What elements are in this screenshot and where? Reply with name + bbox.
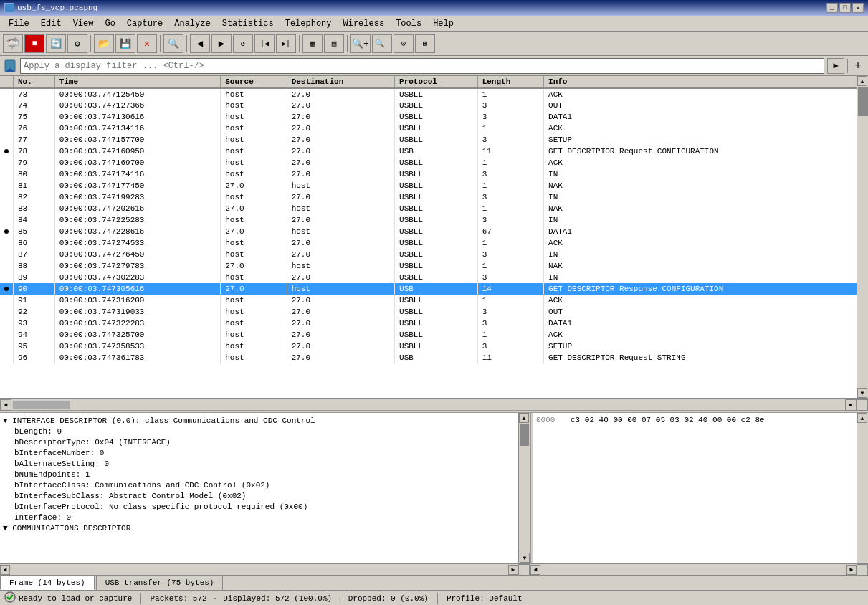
colrules-button[interactable]: ▤: [324, 34, 344, 53]
last-button[interactable]: ▶|: [276, 34, 296, 53]
stop-button[interactable]: ■: [24, 34, 44, 53]
col-no[interactable]: No.: [14, 76, 55, 88]
packet-list-scrollbar[interactable]: ▲ ▼: [857, 76, 868, 398]
table-row[interactable]: 8100:00:03.74717745027.0hostUSBLL1NAK: [0, 180, 868, 191]
restart-button[interactable]: 🔄: [46, 34, 66, 53]
col-source[interactable]: Source: [221, 76, 287, 88]
cell-src: host: [221, 318, 287, 329]
cell-len: 3: [477, 134, 543, 146]
table-row[interactable]: 8600:00:03.747274533host27.0USBLL1ACK: [0, 237, 868, 249]
detail-tree-item[interactable]: bInterfaceNumber: 0: [3, 448, 515, 459]
col-info[interactable]: Info: [544, 76, 868, 88]
first-button[interactable]: |◀: [254, 34, 275, 53]
table-row[interactable]: 8900:00:03.747302283host27.0USBLL3IN: [0, 272, 868, 283]
detail-tree-item[interactable]: bInterfaceProtocol: No class specific pr…: [3, 502, 515, 513]
filter-apply-button[interactable]: ▶: [827, 58, 844, 74]
filter-add-button[interactable]: +: [851, 59, 865, 73]
packet-list-hscroll[interactable]: ◀ ▶: [0, 399, 868, 410]
close-button[interactable]: ✕: [852, 3, 864, 13]
packet-list-scroll[interactable]: No. Time Source Destination Protocol Len…: [0, 76, 868, 398]
scrollbar-thumb[interactable]: [858, 87, 868, 116]
forward-button[interactable]: ▶: [211, 34, 232, 53]
menu-tools[interactable]: Tools: [390, 17, 427, 30]
menu-help[interactable]: Help: [427, 17, 459, 30]
detail-panel[interactable]: ▼ INTERFACE DESCRIPTOR (0.0): class Comm…: [0, 413, 530, 563]
table-row[interactable]: 9200:00:03.747319033host27.0USBLL3OUT: [0, 306, 868, 318]
detail-tree-item[interactable]: bInterfaceSubClass: Abstract Control Mod…: [3, 491, 515, 502]
table-row[interactable]: 7300:00:03.747125450host27.0USBLL1ACK: [0, 88, 868, 100]
hex-hscroll[interactable]: ◀ ▶: [530, 564, 868, 575]
table-row[interactable]: 7700:00:03.747157700host27.0USBLL3SETUP: [0, 134, 868, 146]
table-row[interactable]: 7800:00:03.747160950host27.0USB11GET DES…: [0, 146, 868, 157]
cell-no: 89: [14, 272, 55, 283]
tab-frame[interactable]: Frame (14 bytes): [0, 576, 95, 590]
detail-tree-item[interactable]: ▼ COMMUNICATIONS DESCRIPTOR: [3, 523, 515, 534]
find-button[interactable]: 🔍: [163, 34, 183, 53]
hscroll-track[interactable]: [11, 401, 845, 409]
table-row[interactable]: 9600:00:03.747361783host27.0USB11GET DES…: [0, 352, 868, 363]
options-button[interactable]: ⚙: [67, 34, 87, 53]
cell-len: 3: [477, 306, 543, 318]
table-row[interactable]: 8800:00:03.74727978327.0hostUSBLL1NAK: [0, 260, 868, 272]
table-row[interactable]: 9000:00:03.74730561627.0hostUSB14GET DES…: [0, 283, 868, 295]
table-row[interactable]: 8300:00:03.74720261627.0hostUSBLL1NAK: [0, 203, 868, 214]
filter-input[interactable]: [20, 58, 824, 74]
table-row[interactable]: 9300:00:03.747322283host27.0USBLL3DATA1: [0, 318, 868, 329]
tab-usb-transfer[interactable]: USB transfer (75 bytes): [96, 576, 224, 590]
detail-tree-item[interactable]: bNumEndpoints: 1: [3, 470, 515, 480]
menu-statistics[interactable]: Statistics: [216, 17, 280, 30]
col-protocol[interactable]: Protocol: [395, 76, 478, 88]
detail-tree-item[interactable]: ▼ INTERFACE DESCRIPTOR (0.0): class Comm…: [3, 416, 515, 427]
zoom-normal-button[interactable]: ⊙: [394, 34, 414, 53]
col-destination[interactable]: Destination: [287, 76, 394, 88]
resize-columns-button[interactable]: ⊞: [415, 34, 435, 53]
detail-tree-item[interactable]: bInterfaceClass: Communications and CDC …: [3, 480, 515, 491]
menu-wireless[interactable]: Wireless: [338, 17, 391, 30]
menu-telephony[interactable]: Telephony: [280, 17, 338, 30]
table-row[interactable]: 8000:00:03.747174116host27.0USBLL3IN: [0, 168, 868, 180]
back-button[interactable]: ◀: [190, 34, 210, 53]
zoom-out-button[interactable]: 🔍-: [372, 34, 392, 53]
cell-time: 00:00:03.747169700: [54, 157, 221, 168]
table-row[interactable]: 9100:00:03.747316200host27.0USBLL1ACK: [0, 295, 868, 306]
menu-go[interactable]: Go: [99, 17, 120, 30]
menu-view[interactable]: View: [67, 17, 100, 30]
cell-info: IN: [544, 249, 868, 260]
table-row[interactable]: 8400:00:03.747225283host27.0USBLL3IN: [0, 214, 868, 226]
table-row[interactable]: 9400:00:03.747325700host27.0USBLL1ACK: [0, 329, 868, 340]
menu-edit[interactable]: Edit: [35, 17, 67, 30]
detail-tree-item[interactable]: bDescriptorType: 0x04 (INTERFACE): [3, 437, 515, 448]
colorize-button[interactable]: ▦: [302, 34, 323, 53]
table-row[interactable]: 8500:00:03.74722861627.0hostUSBLL67DATA1: [0, 226, 868, 237]
menu-capture[interactable]: Capture: [121, 17, 168, 30]
zoom-in-button[interactable]: 🔍+: [350, 34, 371, 53]
table-row[interactable]: 8700:00:03.747276450host27.0USBLL3IN: [0, 249, 868, 260]
table-row[interactable]: 7400:00:03.747127366host27.0USBLL3OUT: [0, 100, 868, 111]
open-button[interactable]: 📂: [94, 34, 114, 53]
close-capture-button[interactable]: ✕: [137, 34, 157, 53]
menu-analyze[interactable]: Analyze: [168, 17, 216, 30]
hex-panel[interactable]: 0000c3 02 40 00 00 07 05 03 02 40 00 00 …: [533, 413, 868, 563]
table-row[interactable]: 7900:00:03.747169700host27.0USBLL1ACK: [0, 157, 868, 168]
minimize-button[interactable]: _: [826, 3, 838, 13]
hscroll-left[interactable]: ◀: [0, 399, 11, 411]
table-row[interactable]: 7600:00:03.747134116host27.0USBLL1ACK: [0, 123, 868, 134]
detail-tree-item[interactable]: bLength: 9: [3, 427, 515, 437]
col-length[interactable]: Length: [477, 76, 543, 88]
detail-scrollbar[interactable]: ▲ ▼: [518, 413, 530, 563]
table-row[interactable]: 7500:00:03.747130616host27.0USBLL3DATA1: [0, 111, 868, 123]
table-row[interactable]: 8200:00:03.747199283host27.0USBLL3IN: [0, 191, 868, 203]
shark-icon-button[interactable]: 🦈: [3, 34, 23, 53]
hex-scrollbar[interactable]: ▲: [857, 413, 868, 563]
table-row[interactable]: 9500:00:03.747358533host27.0USBLL3SETUP: [0, 340, 868, 352]
menu-file[interactable]: File: [3, 17, 35, 30]
hscroll-right[interactable]: ▶: [845, 399, 857, 411]
undo-button[interactable]: ↺: [233, 34, 253, 53]
detail-tree-item[interactable]: Interface: 0: [3, 513, 515, 523]
detail-tree-item[interactable]: bAlternateSetting: 0: [3, 459, 515, 470]
save-button[interactable]: 💾: [115, 34, 135, 53]
col-time[interactable]: Time: [54, 76, 221, 88]
detail-hscroll[interactable]: ◀ ▶: [0, 564, 530, 575]
status-divider-1: [140, 593, 141, 604]
maximize-button[interactable]: □: [839, 3, 851, 13]
